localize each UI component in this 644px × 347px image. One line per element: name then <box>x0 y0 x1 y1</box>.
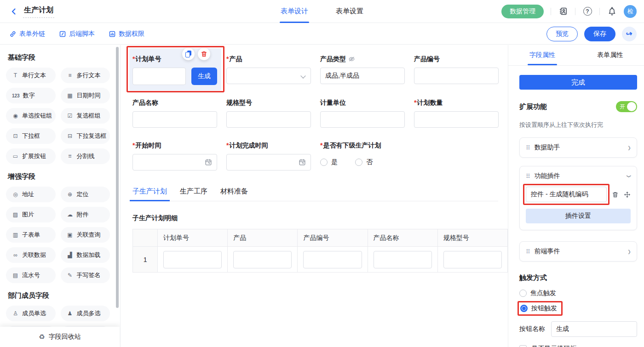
checkbox-icon <box>519 345 527 347</box>
app-header: 生产计划 表单设计 表单设置 数据管理 ? 检 <box>0 0 644 23</box>
generate-button[interactable]: 生成 <box>191 68 217 85</box>
plugin-delete-button[interactable] <box>612 191 619 198</box>
field-finish-time[interactable]: *计划完成时间 <box>226 141 311 171</box>
plugin-move-handle[interactable] <box>624 191 631 198</box>
field-product-type[interactable]: 产品类型 成品,半成品 <box>320 54 405 85</box>
cell-input-product[interactable] <box>233 251 292 268</box>
plan-number-input[interactable] <box>132 68 186 85</box>
show-alert-checkbox[interactable]: 是否显示提醒框 <box>519 345 637 347</box>
field-plan-number[interactable]: *计划单号 生成 <box>129 48 221 91</box>
back-icon[interactable] <box>8 6 19 17</box>
save-button[interactable]: 保存 <box>584 27 615 41</box>
extension-toggle[interactable]: 开 <box>616 101 637 112</box>
product-type-input[interactable]: 成品,半成品 <box>320 68 405 84</box>
radio-icon: ◉ <box>12 113 19 119</box>
product-select[interactable] <box>226 68 311 84</box>
plan-qty-input[interactable] <box>414 111 499 128</box>
done-button[interactable]: 完成 <box>519 75 637 90</box>
card-data-assistant-header[interactable]: ⠿ 数据助手 › <box>520 138 637 157</box>
product-name-input[interactable] <box>132 111 217 128</box>
plugin-settings-button[interactable]: 插件设置 <box>526 209 631 223</box>
cell-input-plan-number[interactable] <box>163 251 222 268</box>
field-item-datetime[interactable]: ▦日期时间 <box>61 88 110 103</box>
tab-material-prep[interactable]: 材料准备 <box>220 187 248 201</box>
field-item-attachment[interactable]: ☁附件 <box>61 207 110 222</box>
field-item-address[interactable]: ◎地址 <box>6 187 56 202</box>
field-start-time[interactable]: *开始时间 <box>132 141 217 171</box>
cell-input-product-name[interactable] <box>374 251 432 268</box>
field-recycle-bin[interactable]: ♻ 字段回收站 <box>0 327 120 347</box>
trigger-focus-radio[interactable]: 焦点触发 <box>519 289 637 297</box>
trigger-button-radio[interactable]: 按钮触发 <box>520 304 557 313</box>
drag-handle-icon[interactable]: ⠿ <box>526 144 530 151</box>
data-permission-link[interactable]: 数据权限 <box>109 30 144 38</box>
notification-bell-icon[interactable] <box>607 6 617 17</box>
form-external-link[interactable]: 表单外链 <box>9 30 45 38</box>
drag-handle-icon[interactable]: ⠿ <box>526 248 530 255</box>
drag-handle-icon[interactable]: ⠿ <box>526 173 530 180</box>
card-function-plugin-header[interactable]: ⠿ 功能插件 › <box>520 166 637 186</box>
field-item-single-line-text[interactable]: T单行文本 <box>6 68 56 83</box>
avatar[interactable]: 检 <box>624 5 637 18</box>
field-item-location[interactable]: ⊕定位 <box>61 187 110 202</box>
tab-sub-production-plan[interactable]: 子生产计划 <box>132 187 167 201</box>
field-item-multi-line-text[interactable]: ≡多行文本 <box>61 68 110 83</box>
field-item-data-load[interactable]: ▟数据加载 <box>61 247 110 263</box>
tab-form-design[interactable]: 表单设计 <box>281 0 308 23</box>
backend-script-link[interactable]: 后端脚本 <box>59 30 95 38</box>
help-icon[interactable]: ? <box>582 6 592 17</box>
field-has-sub-plan[interactable]: *是否有下级生产计划 是 否 <box>320 141 499 171</box>
sidebar-scrollbar[interactable] <box>116 47 119 308</box>
field-product-code[interactable]: 产品编号 <box>414 54 499 85</box>
copy-field-button[interactable] <box>182 48 195 60</box>
tab-form-settings[interactable]: 表单设置 <box>336 0 363 23</box>
row-index: 1 <box>133 247 158 273</box>
field-item-dropdown[interactable]: ⊡下拉框 <box>6 128 56 144</box>
delete-field-button[interactable] <box>198 48 210 60</box>
share-button[interactable]: ↪ <box>622 27 637 41</box>
field-spec-model[interactable]: 规格型号 <box>226 98 311 128</box>
tab-form-properties[interactable]: 表单属性 <box>576 45 644 65</box>
script-icon <box>59 30 66 38</box>
data-manage-button[interactable]: 数据管理 <box>501 5 544 18</box>
field-item-signature[interactable]: ✎手写签名 <box>61 267 110 283</box>
enhanced-fields-grid: ◎地址 ⊕定位 ▨图片 ☁附件 ▥子表单 ▣关联查询 ∞关联数据 ▟数据加载 ▤… <box>6 187 110 283</box>
field-item-divider-line[interactable]: =分割线 <box>61 148 110 164</box>
contact-book-icon[interactable] <box>558 6 568 17</box>
column-header: 产品编号 <box>298 229 368 247</box>
field-item-extend-button[interactable]: ▭扩展按钮 <box>6 148 56 164</box>
button-name-input[interactable] <box>551 321 637 337</box>
field-product[interactable]: *产品 <box>226 54 311 85</box>
radio-no[interactable]: 否 <box>355 158 373 166</box>
field-item-dropdown-multi[interactable]: ⊟下拉复选框 <box>61 128 110 144</box>
card-frontend-event-header[interactable]: ⠿ 前端事件 › <box>520 242 637 261</box>
cell-input-spec-model[interactable] <box>443 251 502 268</box>
tab-production-process[interactable]: 生产工序 <box>180 187 207 201</box>
unit-input[interactable] <box>320 111 405 128</box>
start-time-input[interactable] <box>132 154 217 171</box>
field-item-related-query[interactable]: ▣关联查询 <box>61 227 110 243</box>
field-item-subform[interactable]: ▥子表单 <box>6 227 56 243</box>
link-icon <box>9 30 17 38</box>
finish-time-input[interactable] <box>226 154 311 171</box>
single-line-text-icon: T <box>12 72 19 79</box>
field-item-number[interactable]: 123数字 <box>6 88 56 103</box>
field-item-serial-number[interactable]: ▤流水号 <box>6 267 56 283</box>
field-item-member-multi[interactable]: ♟成员多选 <box>61 306 110 321</box>
spec-model-input[interactable] <box>226 111 311 128</box>
field-item-image[interactable]: ▨图片 <box>6 207 56 222</box>
preview-button[interactable]: 预览 <box>546 27 578 41</box>
field-item-member-single[interactable]: ♙成员单选 <box>6 306 56 321</box>
product-code-input[interactable] <box>414 68 499 84</box>
plugin-name-box[interactable]: 控件 - 生成随机编码 <box>526 187 607 202</box>
field-item-radio-group[interactable]: ◉单选按钮组 <box>6 108 56 124</box>
field-product-name[interactable]: 产品名称 <box>132 98 217 128</box>
field-item-checkbox-group[interactable]: ☑复选框组 <box>61 108 110 124</box>
field-unit[interactable]: 计量单位 <box>320 98 405 128</box>
field-item-related-data[interactable]: ∞关联数据 <box>6 247 56 263</box>
field-plan-qty[interactable]: *计划数量 <box>414 98 499 128</box>
tab-field-properties[interactable]: 字段属性 <box>508 45 576 65</box>
cell-input-product-code[interactable] <box>303 251 362 268</box>
radio-yes[interactable]: 是 <box>320 158 338 166</box>
subform-icon: ▥ <box>12 232 19 238</box>
